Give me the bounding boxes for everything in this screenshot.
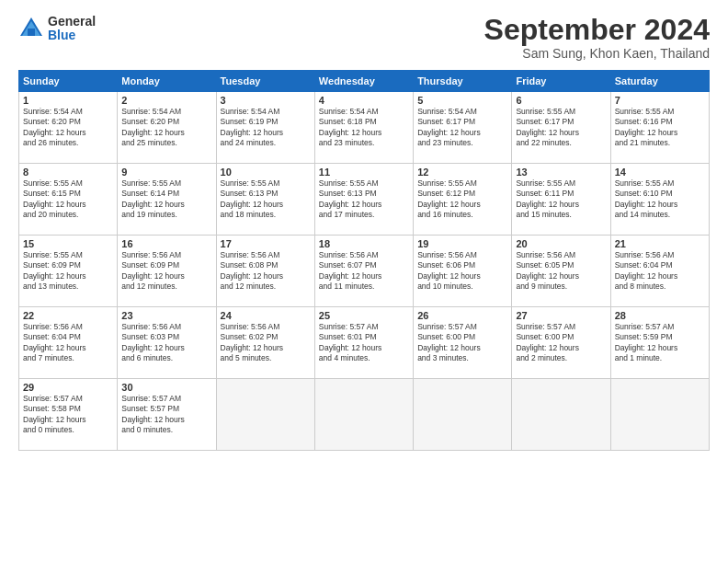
day-number: 21 xyxy=(615,238,705,249)
day-info: Sunrise: 5:54 AM Sunset: 6:20 PM Dayligh… xyxy=(23,107,113,149)
table-row: 17Sunrise: 5:56 AM Sunset: 6:08 PM Dayli… xyxy=(216,236,314,307)
day-info: Sunrise: 5:55 AM Sunset: 6:10 PM Dayligh… xyxy=(615,178,705,221)
day-number: 1 xyxy=(23,95,113,106)
table-row: 4Sunrise: 5:54 AM Sunset: 6:18 PM Daylig… xyxy=(314,92,413,164)
day-info: Sunrise: 5:56 AM Sunset: 6:08 PM Dayligh… xyxy=(221,250,311,293)
table-row: 27Sunrise: 5:57 AM Sunset: 6:00 PM Dayli… xyxy=(512,307,610,379)
calendar-week-row: 22Sunrise: 5:56 AM Sunset: 6:04 PM Dayli… xyxy=(19,307,710,379)
day-number: 17 xyxy=(221,238,311,249)
day-info: Sunrise: 5:56 AM Sunset: 6:05 PM Dayligh… xyxy=(516,250,606,293)
day-info: Sunrise: 5:56 AM Sunset: 6:02 PM Dayligh… xyxy=(221,322,311,364)
day-info: Sunrise: 5:56 AM Sunset: 6:06 PM Dayligh… xyxy=(417,250,507,293)
day-number: 26 xyxy=(417,310,507,321)
day-info: Sunrise: 5:54 AM Sunset: 6:20 PM Dayligh… xyxy=(121,107,211,149)
table-row: 24Sunrise: 5:56 AM Sunset: 6:02 PM Dayli… xyxy=(216,307,314,379)
day-number: 15 xyxy=(23,238,113,249)
day-info: Sunrise: 5:57 AM Sunset: 5:58 PM Dayligh… xyxy=(23,394,113,436)
day-info: Sunrise: 5:55 AM Sunset: 6:15 PM Dayligh… xyxy=(23,178,113,221)
calendar-table: Sunday Monday Tuesday Wednesday Thursday… xyxy=(18,70,710,451)
table-row: 18Sunrise: 5:56 AM Sunset: 6:07 PM Dayli… xyxy=(314,236,413,307)
calendar-week-row: 29Sunrise: 5:57 AM Sunset: 5:58 PM Dayli… xyxy=(19,379,710,451)
calendar-header-row: Sunday Monday Tuesday Wednesday Thursday… xyxy=(19,71,710,92)
table-row: 16Sunrise: 5:56 AM Sunset: 6:09 PM Dayli… xyxy=(118,236,216,307)
day-number: 13 xyxy=(516,167,606,178)
header-thursday: Thursday xyxy=(414,71,512,92)
calendar-week-row: 1Sunrise: 5:54 AM Sunset: 6:20 PM Daylig… xyxy=(19,92,710,164)
day-info: Sunrise: 5:54 AM Sunset: 6:18 PM Dayligh… xyxy=(319,107,409,149)
table-row xyxy=(314,379,413,451)
logo-icon xyxy=(18,16,44,41)
day-number: 3 xyxy=(221,95,311,106)
day-info: Sunrise: 5:55 AM Sunset: 6:16 PM Dayligh… xyxy=(615,107,705,149)
table-row: 30Sunrise: 5:57 AM Sunset: 5:57 PM Dayli… xyxy=(118,379,216,451)
header-monday: Monday xyxy=(118,71,216,92)
table-row: 3Sunrise: 5:54 AM Sunset: 6:19 PM Daylig… xyxy=(216,92,314,164)
table-row: 5Sunrise: 5:54 AM Sunset: 6:17 PM Daylig… xyxy=(414,92,512,164)
day-info: Sunrise: 5:57 AM Sunset: 6:00 PM Dayligh… xyxy=(516,322,606,364)
table-row xyxy=(216,379,314,451)
day-info: Sunrise: 5:56 AM Sunset: 6:09 PM Dayligh… xyxy=(121,250,211,293)
day-info: Sunrise: 5:54 AM Sunset: 6:17 PM Dayligh… xyxy=(417,107,507,149)
day-number: 14 xyxy=(615,167,705,178)
day-number: 22 xyxy=(23,310,113,321)
table-row: 13Sunrise: 5:55 AM Sunset: 6:11 PM Dayli… xyxy=(512,164,610,236)
day-number: 10 xyxy=(221,167,311,178)
table-row: 28Sunrise: 5:57 AM Sunset: 5:59 PM Dayli… xyxy=(610,307,709,379)
location: Sam Sung, Khon Kaen, Thailand xyxy=(484,46,710,61)
day-info: Sunrise: 5:57 AM Sunset: 6:00 PM Dayligh… xyxy=(417,322,507,364)
day-info: Sunrise: 5:57 AM Sunset: 5:59 PM Dayligh… xyxy=(615,322,705,364)
day-info: Sunrise: 5:55 AM Sunset: 6:17 PM Dayligh… xyxy=(516,107,606,149)
title-area: September 2024 Sam Sung, Khon Kaen, Thai… xyxy=(484,15,710,61)
month-title: September 2024 xyxy=(484,15,710,44)
logo-blue: Blue xyxy=(48,29,96,42)
day-number: 29 xyxy=(23,382,113,393)
table-row xyxy=(414,379,512,451)
day-number: 6 xyxy=(516,95,606,106)
day-number: 19 xyxy=(417,238,507,249)
day-info: Sunrise: 5:56 AM Sunset: 6:03 PM Dayligh… xyxy=(121,322,211,364)
day-number: 8 xyxy=(23,167,113,178)
table-row: 12Sunrise: 5:55 AM Sunset: 6:12 PM Dayli… xyxy=(414,164,512,236)
day-info: Sunrise: 5:55 AM Sunset: 6:13 PM Dayligh… xyxy=(221,178,311,221)
day-number: 28 xyxy=(615,310,705,321)
calendar-week-row: 8Sunrise: 5:55 AM Sunset: 6:15 PM Daylig… xyxy=(19,164,710,236)
day-number: 2 xyxy=(121,95,211,106)
day-info: Sunrise: 5:57 AM Sunset: 6:01 PM Dayligh… xyxy=(319,322,409,364)
day-info: Sunrise: 5:56 AM Sunset: 6:07 PM Dayligh… xyxy=(319,250,409,293)
table-row: 26Sunrise: 5:57 AM Sunset: 6:00 PM Dayli… xyxy=(414,307,512,379)
day-number: 4 xyxy=(319,95,409,106)
header-sunday: Sunday xyxy=(19,71,118,92)
logo-general: General xyxy=(48,15,96,29)
day-info: Sunrise: 5:55 AM Sunset: 6:11 PM Dayligh… xyxy=(516,178,606,221)
header-saturday: Saturday xyxy=(610,71,709,92)
day-info: Sunrise: 5:55 AM Sunset: 6:09 PM Dayligh… xyxy=(23,250,113,293)
day-number: 18 xyxy=(319,238,409,249)
day-number: 16 xyxy=(121,238,211,249)
table-row: 19Sunrise: 5:56 AM Sunset: 6:06 PM Dayli… xyxy=(414,236,512,307)
table-row: 11Sunrise: 5:55 AM Sunset: 6:13 PM Dayli… xyxy=(314,164,413,236)
table-row: 14Sunrise: 5:55 AM Sunset: 6:10 PM Dayli… xyxy=(610,164,709,236)
table-row: 22Sunrise: 5:56 AM Sunset: 6:04 PM Dayli… xyxy=(19,307,118,379)
table-row: 23Sunrise: 5:56 AM Sunset: 6:03 PM Dayli… xyxy=(118,307,216,379)
day-number: 24 xyxy=(221,310,311,321)
day-number: 25 xyxy=(319,310,409,321)
header: General Blue September 2024 Sam Sung, Kh… xyxy=(18,15,710,61)
day-number: 12 xyxy=(417,167,507,178)
day-info: Sunrise: 5:56 AM Sunset: 6:04 PM Dayligh… xyxy=(615,250,705,293)
table-row: 1Sunrise: 5:54 AM Sunset: 6:20 PM Daylig… xyxy=(19,92,118,164)
day-number: 9 xyxy=(121,167,211,178)
table-row: 10Sunrise: 5:55 AM Sunset: 6:13 PM Dayli… xyxy=(216,164,314,236)
table-row: 21Sunrise: 5:56 AM Sunset: 6:04 PM Dayli… xyxy=(610,236,709,307)
table-row xyxy=(512,379,610,451)
table-row xyxy=(610,379,709,451)
page: General Blue September 2024 Sam Sung, Kh… xyxy=(0,0,728,563)
day-number: 23 xyxy=(121,310,211,321)
table-row: 8Sunrise: 5:55 AM Sunset: 6:15 PM Daylig… xyxy=(19,164,118,236)
day-info: Sunrise: 5:55 AM Sunset: 6:12 PM Dayligh… xyxy=(417,178,507,221)
day-number: 27 xyxy=(516,310,606,321)
table-row: 15Sunrise: 5:55 AM Sunset: 6:09 PM Dayli… xyxy=(19,236,118,307)
table-row: 2Sunrise: 5:54 AM Sunset: 6:20 PM Daylig… xyxy=(118,92,216,164)
day-number: 5 xyxy=(417,95,507,106)
day-info: Sunrise: 5:57 AM Sunset: 5:57 PM Dayligh… xyxy=(121,394,211,436)
day-info: Sunrise: 5:54 AM Sunset: 6:19 PM Dayligh… xyxy=(221,107,311,149)
